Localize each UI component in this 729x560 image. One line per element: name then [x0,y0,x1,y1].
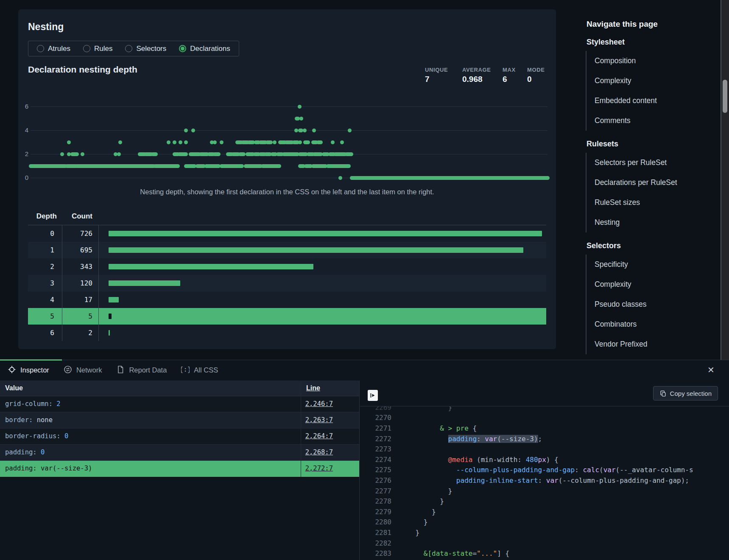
scatter-point [316,140,323,144]
scatter-point [244,164,263,168]
close-icon[interactable]: ✕ [707,365,715,375]
value-row[interactable]: padding: 02,268:7 [0,445,359,461]
sidebar-item-composition[interactable]: Composition [595,51,714,71]
radio-label: Selectors [136,45,166,53]
line-link[interactable]: 2,264:7 [305,432,333,440]
scatter-point [173,140,176,144]
table-row-depth-3[interactable]: 3120 [28,275,546,291]
scatter-point [265,140,273,144]
code-toolbar: Copy selection [360,381,729,406]
radio-option-rules[interactable]: Rules [83,45,112,53]
scatter-point [204,164,221,168]
tab-network[interactable]: Network [64,365,102,375]
code-text: --column-plus-padding-and-gap: calc(var(… [399,466,693,474]
line-number: 2279 [360,508,391,516]
code-token: var [603,466,616,474]
count-bar [109,280,180,286]
value-row[interactable]: border: none2,263:7 [0,412,359,428]
code-text: } [399,487,452,495]
sidebar-item-embedded-content[interactable]: Embedded content [595,91,714,111]
sidebar-section-selectors: Selectors [586,240,714,252]
page: Nesting AtrulesRulesSelectorsDeclaration… [0,0,729,560]
scrollbar-thumb[interactable] [723,80,727,113]
code-token: 480 [526,456,538,464]
value-row[interactable]: border-radius: 02,264:7 [0,428,359,445]
code-token: } [432,508,436,516]
sidebar-item-complexity[interactable]: Complexity [595,71,714,91]
table-row-depth-0[interactable]: 0726 [28,225,546,242]
sidebar-item-complexity[interactable]: Complexity [595,274,714,294]
count-bar [109,264,313,269]
declaration-value: var(--size-3) [41,465,92,472]
code-editor[interactable]: 2269 }22702271 & > pre {2272 padding: va… [360,406,729,560]
code-text: } [399,508,436,516]
radio-option-selectors[interactable]: Selectors [125,45,166,53]
scatter-point [154,164,180,168]
sidebar-item-nesting[interactable]: Nesting [595,213,714,232]
bar-cell [98,264,546,269]
sidebar-toggle-icon[interactable] [368,390,378,401]
table-row-depth-1[interactable]: 1695 [28,242,546,258]
scatter-point [29,164,67,168]
sidebar-item-declarations-per-ruleset[interactable]: Declarations per RuleSet [595,173,714,193]
table-row-depth-5[interactable]: 55 [28,308,546,325]
value-row[interactable]: padding: var(--size-3)2,272:7 [0,461,359,477]
sidebar-item-comments[interactable]: Comments [595,111,714,131]
radio-label: Atrules [48,45,70,53]
line-column-header[interactable]: Line [306,384,320,392]
scatter-point [299,117,303,120]
table-row-depth-6[interactable]: 62 [28,325,546,341]
code-line: 2279 } [360,507,729,517]
scatter-point [345,152,353,156]
line-number: 2274 [360,456,391,464]
copy-selection-label: Copy selection [670,390,712,397]
y-tick-label: 0 [18,174,28,181]
copy-selection-button[interactable]: Copy selection [653,386,718,400]
sidebar-item-combinators[interactable]: Combinators [595,314,714,334]
sidebar-item-pseudo-classes[interactable]: Pseudo classes [595,294,714,314]
scatter-point [179,140,182,144]
sidebar-item-ruleset-sizes[interactable]: RuleSet sizes [595,193,714,213]
depth-table: DepthCount07261695234331204175562 [28,208,546,341]
code-text: @media (min-width: 480px) { [399,456,559,464]
radio-option-declarations[interactable]: Declarations [179,45,230,53]
code-line: 2274 @media (min-width: 480px) { [360,454,729,465]
code-token: ] { [497,549,509,557]
page-title: Nesting [28,21,64,33]
tab-inspector[interactable]: Inspector [8,365,49,375]
sidebar-item-vendor-prefixed[interactable]: Vendor Prefixed [595,334,714,354]
code-token: ) [534,435,538,443]
code-text: } [399,497,444,505]
tab-all-css[interactable]: {:}All CSS [181,365,218,375]
table-row-depth-4[interactable]: 417 [28,291,546,308]
code-token: ); [681,476,689,484]
radio-icon [125,45,132,52]
code-token: { [472,424,477,432]
line-number: 2275 [360,466,391,474]
scatter-point [60,152,64,156]
scatter-point [338,176,342,180]
declaration-value: 0 [41,448,45,456]
line-link[interactable]: 2,246:7 [305,400,333,408]
line-link[interactable]: 2,272:7 [305,465,333,472]
depth-cell: 5 [28,312,62,320]
value-row[interactable]: grid-column: 22,246:7 [0,396,359,412]
sidebar-group: Selectors per RuleSetDeclarations per Ru… [586,153,714,232]
count-cell: 695 [62,246,98,254]
scatter-point [184,140,188,144]
count-cell: 343 [62,263,98,271]
sidebar-item-specificity[interactable]: Specificity [595,255,714,274]
radio-label: Rules [94,45,112,53]
declaration-value: 0 [64,432,68,440]
code-line: 2277 } [360,486,729,496]
line-link[interactable]: 2,268:7 [305,448,333,456]
code-token: ( [497,435,501,443]
tab-report-data[interactable]: Report Data [116,365,167,375]
table-row-depth-2[interactable]: 2343 [28,258,546,275]
declaration-text: padding: 0 [5,448,45,456]
sidebar-item-selectors-per-ruleset[interactable]: Selectors per RuleSet [595,153,714,173]
line-link[interactable]: 2,263:7 [305,416,333,424]
depth-header: Depth [28,208,62,225]
scatter-point [178,152,188,156]
radio-option-atrules[interactable]: Atrules [37,45,70,53]
